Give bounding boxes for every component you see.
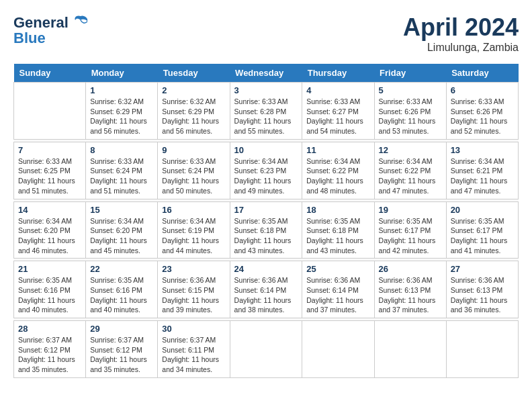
- day-number: 16: [162, 205, 225, 215]
- day-number: 25: [306, 264, 369, 274]
- day-cell: 11Sunrise: 6:34 AM Sunset: 6:22 PM Dayli…: [302, 142, 374, 199]
- day-cell: 8Sunrise: 6:33 AM Sunset: 6:24 PM Daylig…: [86, 142, 158, 199]
- week-row-2: 7Sunrise: 6:33 AM Sunset: 6:25 PM Daylig…: [14, 142, 519, 199]
- day-cell: 19Sunrise: 6:35 AM Sunset: 6:17 PM Dayli…: [374, 201, 446, 259]
- day-cell: 28Sunrise: 6:37 AM Sunset: 6:12 PM Dayli…: [14, 321, 86, 378]
- logo-blue: Blue: [13, 30, 46, 47]
- day-info: Sunrise: 6:34 AM Sunset: 6:22 PM Dayligh…: [306, 156, 369, 196]
- day-cell: [14, 83, 86, 140]
- week-row-1: 1Sunrise: 6:32 AM Sunset: 6:29 PM Daylig…: [14, 83, 519, 140]
- day-info: Sunrise: 6:34 AM Sunset: 6:20 PM Dayligh…: [90, 216, 153, 256]
- day-number: 17: [234, 205, 298, 215]
- day-info: Sunrise: 6:34 AM Sunset: 6:22 PM Dayligh…: [379, 156, 442, 196]
- day-number: 24: [234, 264, 298, 274]
- day-info: Sunrise: 6:37 AM Sunset: 6:12 PM Dayligh…: [18, 335, 81, 375]
- day-number: 2: [162, 85, 225, 95]
- day-cell: 16Sunrise: 6:34 AM Sunset: 6:19 PM Dayli…: [158, 201, 230, 259]
- week-row-5: 28Sunrise: 6:37 AM Sunset: 6:12 PM Dayli…: [14, 321, 519, 378]
- day-number: 30: [162, 324, 225, 334]
- weekday-header-monday: Monday: [86, 64, 158, 83]
- day-cell: 5Sunrise: 6:33 AM Sunset: 6:26 PM Daylig…: [374, 83, 446, 140]
- day-cell: 23Sunrise: 6:36 AM Sunset: 6:15 PM Dayli…: [158, 261, 230, 318]
- day-number: 13: [451, 145, 514, 155]
- day-cell: 14Sunrise: 6:34 AM Sunset: 6:20 PM Dayli…: [14, 201, 86, 259]
- day-number: 26: [379, 264, 442, 274]
- day-info: Sunrise: 6:33 AM Sunset: 6:25 PM Dayligh…: [18, 156, 81, 196]
- day-number: 4: [306, 85, 369, 95]
- weekday-header-row: SundayMondayTuesdayWednesdayThursdayFrid…: [14, 64, 519, 83]
- day-number: 14: [18, 205, 81, 215]
- day-info: Sunrise: 6:36 AM Sunset: 6:15 PM Dayligh…: [162, 275, 225, 315]
- day-info: Sunrise: 6:35 AM Sunset: 6:16 PM Dayligh…: [18, 275, 81, 315]
- weekday-header-thursday: Thursday: [302, 64, 374, 83]
- day-number: 22: [90, 264, 153, 274]
- week-row-4: 21Sunrise: 6:35 AM Sunset: 6:16 PM Dayli…: [14, 261, 519, 318]
- day-cell: [302, 321, 374, 378]
- day-cell: 25Sunrise: 6:36 AM Sunset: 6:14 PM Dayli…: [302, 261, 374, 318]
- week-row-3: 14Sunrise: 6:34 AM Sunset: 6:20 PM Dayli…: [14, 201, 519, 259]
- day-cell: 21Sunrise: 6:35 AM Sunset: 6:16 PM Dayli…: [14, 261, 86, 318]
- day-number: 1: [90, 85, 153, 95]
- logo: General Blue: [13, 13, 90, 47]
- day-cell: 22Sunrise: 6:35 AM Sunset: 6:16 PM Dayli…: [86, 261, 158, 318]
- day-info: Sunrise: 6:32 AM Sunset: 6:29 PM Dayligh…: [162, 97, 225, 136]
- day-cell: 1Sunrise: 6:32 AM Sunset: 6:29 PM Daylig…: [86, 83, 158, 140]
- day-number: 3: [234, 85, 298, 95]
- day-info: Sunrise: 6:35 AM Sunset: 6:17 PM Dayligh…: [451, 216, 514, 256]
- day-cell: 29Sunrise: 6:37 AM Sunset: 6:12 PM Dayli…: [86, 321, 158, 378]
- day-number: 21: [18, 264, 81, 274]
- day-cell: 13Sunrise: 6:34 AM Sunset: 6:21 PM Dayli…: [446, 142, 518, 199]
- title-area: April 2024 Limulunga, Zambia: [403, 13, 519, 54]
- day-number: 18: [306, 205, 369, 215]
- day-info: Sunrise: 6:34 AM Sunset: 6:20 PM Dayligh…: [18, 216, 81, 256]
- day-info: Sunrise: 6:34 AM Sunset: 6:19 PM Dayligh…: [162, 216, 225, 256]
- day-info: Sunrise: 6:35 AM Sunset: 6:18 PM Dayligh…: [306, 216, 369, 256]
- day-info: Sunrise: 6:33 AM Sunset: 6:28 PM Dayligh…: [234, 97, 298, 136]
- day-number: 20: [451, 205, 514, 215]
- day-cell: [230, 321, 302, 378]
- day-info: Sunrise: 6:36 AM Sunset: 6:14 PM Dayligh…: [234, 275, 298, 315]
- day-cell: 15Sunrise: 6:34 AM Sunset: 6:20 PM Dayli…: [86, 201, 158, 259]
- day-cell: 6Sunrise: 6:33 AM Sunset: 6:26 PM Daylig…: [446, 83, 518, 140]
- day-number: 12: [379, 145, 442, 155]
- day-cell: 20Sunrise: 6:35 AM Sunset: 6:17 PM Dayli…: [446, 201, 518, 259]
- day-number: 5: [379, 85, 442, 95]
- day-cell: 27Sunrise: 6:36 AM Sunset: 6:13 PM Dayli…: [446, 261, 518, 318]
- day-cell: 10Sunrise: 6:34 AM Sunset: 6:23 PM Dayli…: [230, 142, 302, 199]
- day-cell: 17Sunrise: 6:35 AM Sunset: 6:18 PM Dayli…: [230, 201, 302, 259]
- weekday-header-saturday: Saturday: [446, 64, 518, 83]
- day-number: 11: [306, 145, 369, 155]
- day-cell: 4Sunrise: 6:33 AM Sunset: 6:27 PM Daylig…: [302, 83, 374, 140]
- day-info: Sunrise: 6:35 AM Sunset: 6:16 PM Dayligh…: [90, 275, 153, 315]
- day-info: Sunrise: 6:36 AM Sunset: 6:13 PM Dayligh…: [451, 275, 514, 315]
- weekday-header-wednesday: Wednesday: [230, 64, 302, 83]
- day-info: Sunrise: 6:33 AM Sunset: 6:24 PM Dayligh…: [90, 156, 153, 196]
- day-number: 10: [234, 145, 298, 155]
- day-info: Sunrise: 6:34 AM Sunset: 6:21 PM Dayligh…: [451, 156, 514, 196]
- day-number: 15: [90, 205, 153, 215]
- day-info: Sunrise: 6:37 AM Sunset: 6:12 PM Dayligh…: [90, 335, 153, 375]
- day-info: Sunrise: 6:36 AM Sunset: 6:14 PM Dayligh…: [306, 275, 369, 315]
- day-number: 9: [162, 145, 225, 155]
- day-cell: 3Sunrise: 6:33 AM Sunset: 6:28 PM Daylig…: [230, 83, 302, 140]
- day-info: Sunrise: 6:32 AM Sunset: 6:29 PM Dayligh…: [90, 97, 153, 136]
- day-number: 29: [90, 324, 153, 334]
- page-header: General Blue April 2024 Limulunga, Zambi…: [13, 13, 519, 54]
- day-number: 6: [451, 85, 514, 95]
- day-info: Sunrise: 6:35 AM Sunset: 6:18 PM Dayligh…: [234, 216, 298, 256]
- day-number: 8: [90, 145, 153, 155]
- day-number: 23: [162, 264, 225, 274]
- day-cell: 2Sunrise: 6:32 AM Sunset: 6:29 PM Daylig…: [158, 83, 230, 140]
- day-cell: 7Sunrise: 6:33 AM Sunset: 6:25 PM Daylig…: [14, 142, 86, 199]
- day-cell: 30Sunrise: 6:37 AM Sunset: 6:11 PM Dayli…: [158, 321, 230, 378]
- day-cell: 26Sunrise: 6:36 AM Sunset: 6:13 PM Dayli…: [374, 261, 446, 318]
- day-info: Sunrise: 6:33 AM Sunset: 6:27 PM Dayligh…: [306, 97, 369, 136]
- day-info: Sunrise: 6:37 AM Sunset: 6:11 PM Dayligh…: [162, 335, 225, 375]
- day-info: Sunrise: 6:34 AM Sunset: 6:23 PM Dayligh…: [234, 156, 298, 196]
- day-info: Sunrise: 6:33 AM Sunset: 6:26 PM Dayligh…: [451, 97, 514, 136]
- weekday-header-tuesday: Tuesday: [158, 64, 230, 83]
- weekday-header-sunday: Sunday: [14, 64, 86, 83]
- day-info: Sunrise: 6:33 AM Sunset: 6:26 PM Dayligh…: [379, 97, 442, 136]
- calendar-title: April 2024: [403, 13, 519, 42]
- day-number: 7: [18, 145, 81, 155]
